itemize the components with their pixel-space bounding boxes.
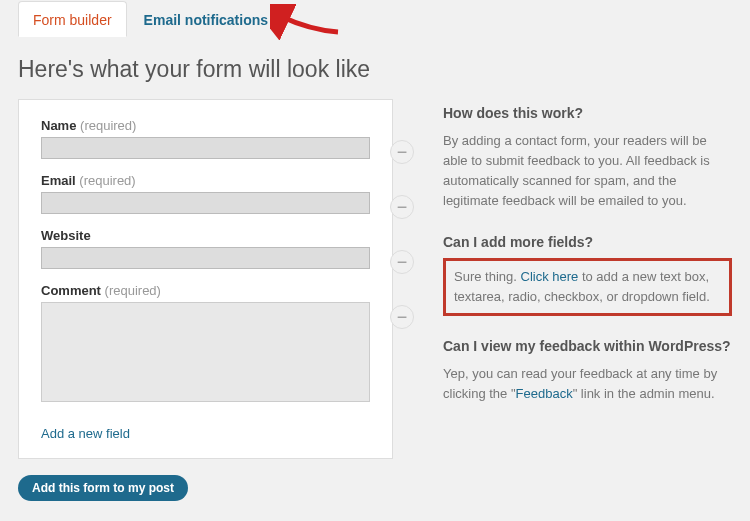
add-form-button[interactable]: Add this form to my post	[18, 475, 188, 501]
help-view-feedback: Can I view my feedback within WordPress?…	[443, 338, 732, 404]
submit-area: Add this form to my post	[0, 459, 750, 517]
label-text: Name	[41, 118, 76, 133]
required-hint: (required)	[79, 173, 135, 188]
tab-form-builder[interactable]: Form builder	[18, 1, 127, 37]
required-hint: (required)	[105, 283, 161, 298]
name-input[interactable]	[41, 137, 370, 159]
remove-field-button[interactable]: −	[390, 140, 414, 164]
help-heading: Can I view my feedback within WordPress?	[443, 338, 732, 354]
text-part: Sure thing.	[454, 269, 521, 284]
help-text: By adding a contact form, your readers w…	[443, 131, 732, 212]
email-input[interactable]	[41, 192, 370, 214]
field-label: Comment (required)	[41, 283, 370, 298]
remove-field-button[interactable]: −	[390, 305, 414, 329]
label-text: Website	[41, 228, 91, 243]
tab-email-notifications[interactable]: Email notifications	[129, 1, 283, 36]
help-add-fields: Can I add more fields? Sure thing. Click…	[443, 234, 732, 316]
field-label: Name (required)	[41, 118, 370, 133]
click-here-link[interactable]: Click here	[521, 269, 579, 284]
help-sidebar: How does this work? By adding a contact …	[393, 99, 732, 459]
help-heading: Can I add more fields?	[443, 234, 732, 250]
field-comment: Comment (required) −	[41, 283, 370, 406]
feedback-link[interactable]: Feedback	[516, 386, 573, 401]
field-name: Name (required) −	[41, 118, 370, 159]
remove-field-button[interactable]: −	[390, 250, 414, 274]
field-email: Email (required) −	[41, 173, 370, 214]
label-text: Email	[41, 173, 76, 188]
comment-input[interactable]	[41, 302, 370, 402]
help-how-works: How does this work? By adding a contact …	[443, 105, 732, 212]
field-website: Website −	[41, 228, 370, 269]
page-title: Here's what your form will look like	[0, 36, 750, 99]
form-preview-panel: Name (required) − Email (required) − Web…	[18, 99, 393, 459]
main-area: Name (required) − Email (required) − Web…	[0, 99, 750, 459]
add-field-link[interactable]: Add a new field	[41, 426, 130, 441]
text-part: " link in the admin menu.	[573, 386, 715, 401]
annotation-highlight-box: Sure thing. Click here to add a new text…	[443, 258, 732, 316]
website-input[interactable]	[41, 247, 370, 269]
field-label: Website	[41, 228, 370, 243]
required-hint: (required)	[80, 118, 136, 133]
field-label: Email (required)	[41, 173, 370, 188]
help-heading: How does this work?	[443, 105, 732, 121]
help-text: Yep, you can read your feedback at any t…	[443, 364, 732, 404]
label-text: Comment	[41, 283, 101, 298]
tab-bar: Form builder Email notifications	[0, 0, 750, 36]
remove-field-button[interactable]: −	[390, 195, 414, 219]
help-text: Sure thing. Click here to add a new text…	[454, 267, 721, 307]
